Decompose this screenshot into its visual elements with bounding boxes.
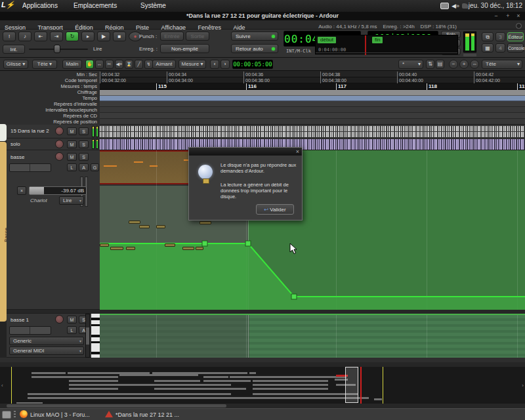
- summary-right-arrow[interactable]: ›: [522, 383, 524, 388]
- volume-icon[interactable]: ◀»: [452, 3, 459, 9]
- maximize-button[interactable]: +: [503, 12, 513, 20]
- summary-view-rectangle[interactable]: [345, 367, 358, 403]
- basse1-l-button[interactable]: L: [67, 326, 77, 334]
- nudge-forward-button[interactable]: ›: [220, 60, 230, 69]
- ruler-loop-punch[interactable]: [100, 107, 525, 113]
- ruler-cd-markers[interactable]: [100, 113, 525, 119]
- zoom-fit-button[interactable]: ⇔: [470, 60, 479, 69]
- menu-systeme[interactable]: Système: [135, 0, 171, 12]
- task-firefox[interactable]: Linux MAO | 3 - Foru...: [20, 410, 90, 419]
- midi-mode-dropdown[interactable]: General MIDI: [9, 346, 84, 355]
- editor-canvas[interactable]: [100, 125, 525, 358]
- track-header-basse1[interactable]: basse 1 M S L A G Generic General MIDI: [7, 314, 100, 358]
- range-tool[interactable]: ↔: [95, 60, 104, 69]
- edit-point-dropdown[interactable]: Tête ▾: [32, 60, 57, 69]
- midi-note[interactable]: [100, 243, 109, 247]
- mixer-button[interactable]: Console: [507, 43, 524, 52]
- midi-note-muted[interactable]: [134, 161, 143, 163]
- metronome-button[interactable]: ♪: [18, 32, 32, 41]
- display-icon[interactable]: [440, 3, 449, 9]
- edit-mode-dropdown[interactable]: Glisse ▾: [3, 60, 28, 69]
- menu-applications[interactable]: Applications: [17, 0, 63, 12]
- snap-button[interactable]: Aimant: [152, 60, 176, 69]
- start-marker[interactable]: début: [318, 37, 336, 43]
- close-button[interactable]: ×: [513, 12, 524, 20]
- midi-device-dropdown[interactable]: Generic: [9, 337, 84, 345]
- zoom-in-button[interactable]: +: [459, 60, 469, 69]
- basse1-name[interactable]: basse 1: [10, 317, 29, 323]
- piano-keyboard[interactable]: [91, 314, 100, 358]
- basse1-piano-roll[interactable]: [100, 314, 525, 358]
- disk-error-dialog[interactable]: × Le disque n'a pas pu répondre aux dema…: [188, 147, 303, 220]
- track1-rec-button[interactable]: [55, 127, 64, 135]
- basse-name[interactable]: basse: [10, 154, 24, 160]
- basse-l-button[interactable]: L: [67, 163, 77, 171]
- end-marker[interactable]: fin: [372, 37, 383, 43]
- summary-left-arrow[interactable]: ‹: [1, 383, 3, 388]
- horizontal-scrollbar[interactable]: [0, 404, 525, 408]
- minimize-button[interactable]: −: [491, 12, 501, 20]
- zoom-state-icon[interactable]: ⇅: [426, 60, 434, 69]
- midi-note-muted[interactable]: [104, 165, 117, 167]
- track-header-basse[interactable]: basse M S L A G × -39.67 dB Chariot Lire: [7, 150, 100, 310]
- fader-handle[interactable]: [30, 187, 44, 194]
- goto-start-button[interactable]: ⇤: [34, 32, 47, 41]
- midi-note[interactable]: [126, 247, 135, 250]
- shuttle-handle[interactable]: [54, 45, 60, 53]
- draw-tool[interactable]: ╱: [135, 60, 143, 69]
- track-header-1[interactable]: 15 Dans la rue 2 M S: [7, 125, 100, 138]
- goto-end-button[interactable]: ⇥: [50, 32, 63, 41]
- stop-button[interactable]: ■: [113, 32, 126, 41]
- midi-note[interactable]: [165, 243, 175, 247]
- basse1-mute-button[interactable]: M: [67, 316, 77, 324]
- window-titlebar[interactable]: *Dans la rue 27 12 21 pour guitare éclec…: [0, 12, 525, 20]
- smart-mode-button[interactable]: Malin: [62, 60, 82, 69]
- task-ardour[interactable]: *Dans la rue 27 12 21 ...: [105, 410, 179, 419]
- track1-solo-button[interactable]: S: [79, 127, 89, 135]
- midi-note-muted[interactable]: [150, 165, 158, 167]
- network-icon[interactable]: [462, 3, 469, 9]
- play-selection-button[interactable]: ▸: [81, 32, 94, 41]
- cut-tool[interactable]: ✂: [105, 60, 114, 69]
- editor-button[interactable]: Éditeur: [507, 32, 524, 41]
- group-4-button[interactable]: 4: [495, 43, 505, 52]
- system-tray[interactable]: ◀»: [440, 1, 469, 10]
- dialog-titlebar[interactable]: ×: [189, 148, 302, 156]
- tab-regions[interactable]: [0, 124, 7, 141]
- marker-dropdown[interactable]: * ▾: [398, 60, 423, 69]
- track2-rec-button[interactable]: [55, 140, 64, 148]
- scrollbar-handle[interactable]: [7, 404, 226, 408]
- loop-button[interactable]: ↻: [66, 32, 79, 41]
- ruler-tempo[interactable]: [100, 96, 525, 101]
- show-desktop-button[interactable]: [2, 411, 11, 419]
- basse-rec-button[interactable]: [55, 152, 64, 161]
- track2-name[interactable]: solo: [10, 141, 20, 147]
- distro-logo-icon[interactable]: L⚡: [1, 1, 16, 11]
- midi-note[interactable]: [156, 225, 165, 228]
- mini-timeline[interactable]: début fin 0:04:00:00: [315, 35, 458, 54]
- audition-tool[interactable]: ◀»: [115, 60, 123, 69]
- basse1-rec-button[interactable]: [55, 315, 64, 324]
- basse-solo-button[interactable]: S: [79, 153, 89, 161]
- strip-view-button[interactable]: ▦: [482, 43, 494, 52]
- sync-source-dropdown[interactable]: Int.: [3, 45, 25, 54]
- track1-mute-button[interactable]: M: [67, 127, 77, 135]
- basse-mute-button[interactable]: M: [67, 153, 77, 161]
- basse-g-button[interactable]: G: [91, 163, 99, 171]
- ruler-measures[interactable]: 115116117118119: [100, 83, 525, 90]
- grab-tool[interactable]: ✋: [85, 60, 94, 69]
- punch-in-button[interactable]: Entrée: [160, 32, 184, 41]
- midi-note[interactable]: [196, 247, 203, 250]
- automation-fader[interactable]: -39.67 dB: [29, 186, 87, 195]
- punch-button[interactable]: !: [3, 32, 16, 41]
- ruler-range-markers[interactable]: [100, 101, 525, 107]
- midi-note[interactable]: [182, 247, 194, 250]
- basse-a-button[interactable]: A: [79, 163, 89, 171]
- session-summary[interactable]: ‹ ›: [0, 362, 525, 404]
- automation-mode-dropdown[interactable]: Lire: [59, 196, 84, 205]
- auto-return-button[interactable]: Retour auto: [231, 44, 278, 53]
- group-3-button[interactable]: 3: [495, 32, 505, 41]
- zoom-focus-dropdown[interactable]: Tête ▾: [482, 60, 522, 69]
- ruler-minsec[interactable]: 00:04:3200:04:3400:04:3600:04:3800:04:40…: [100, 71, 525, 77]
- desktop-clock[interactable]: jeu. 30 déc., 18:12: [469, 0, 522, 12]
